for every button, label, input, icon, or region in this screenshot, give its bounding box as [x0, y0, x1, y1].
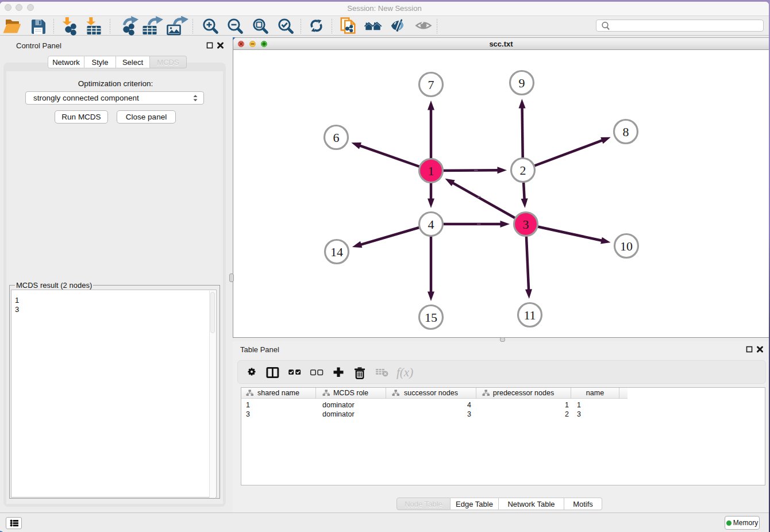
svg-text:4: 4 [428, 217, 434, 232]
svg-text:7: 7 [428, 78, 434, 92]
svg-text:11: 11 [523, 308, 536, 322]
svg-text:14: 14 [330, 245, 343, 259]
svg-text:6: 6 [333, 130, 340, 145]
svg-text:2: 2 [520, 163, 526, 178]
svg-text:8: 8 [623, 125, 629, 139]
svg-text:15: 15 [425, 310, 437, 325]
svg-text:9: 9 [519, 76, 525, 90]
svg-text:3: 3 [523, 217, 529, 232]
svg-text:f(x): f(x) [396, 365, 413, 379]
svg-text:10: 10 [620, 239, 633, 253]
svg-text:1: 1 [428, 164, 434, 178]
